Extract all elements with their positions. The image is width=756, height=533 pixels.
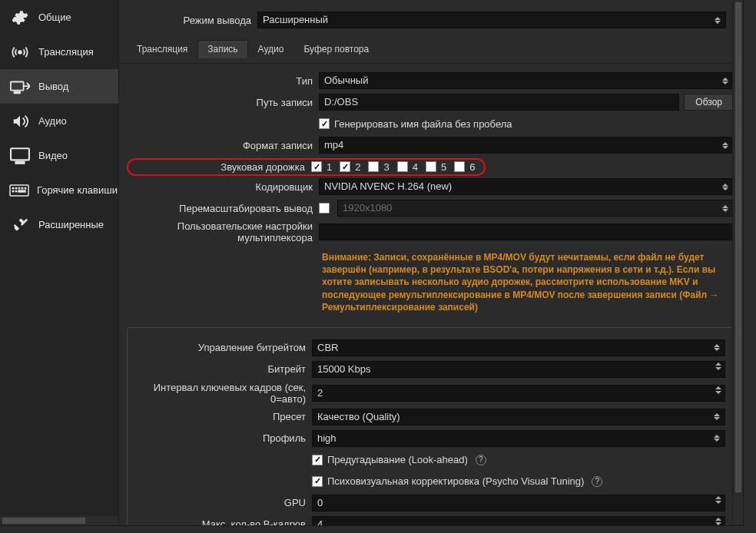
- sidebar-item-label: Общие: [38, 12, 71, 23]
- help-icon[interactable]: ?: [476, 455, 486, 465]
- muxer-settings-label: Пользовательские настройки мультиплексор…: [127, 220, 319, 243]
- keyint-label: Интервал ключевых кадров (сек, 0=авто): [135, 382, 312, 405]
- svg-point-0: [18, 51, 22, 54]
- svg-point-6: [12, 187, 14, 189]
- sidebar-item-label: Горячие клавиши: [37, 184, 118, 196]
- sidebar-item-label: Вывод: [38, 81, 68, 92]
- tab-stream[interactable]: Трансляция: [127, 40, 197, 58]
- muxer-settings-input[interactable]: [319, 223, 734, 240]
- rescale-output-checkbox[interactable]: [319, 203, 330, 214]
- gen-filename-no-space-label: Генерировать имя файла без пробела: [334, 118, 512, 130]
- recording-type-label: Тип: [127, 75, 319, 87]
- main-panel: Режим вывода Расширенный Трансляция Запи…: [119, 0, 743, 525]
- rate-control-select[interactable]: CBR: [312, 339, 725, 356]
- output-mode-select[interactable]: Расширенный: [257, 12, 726, 28]
- help-icon[interactable]: ?: [592, 476, 602, 487]
- speaker-icon: [9, 112, 31, 131]
- chevron-updown-icon: [714, 433, 721, 444]
- audio-track-group: 1 2 3 4 5 6: [311, 161, 475, 173]
- recording-format-select[interactable]: mp4: [319, 137, 734, 154]
- tab-audio[interactable]: Аудио: [248, 40, 294, 58]
- audio-track-4-checkbox[interactable]: [397, 161, 408, 172]
- gen-filename-no-space-checkbox[interactable]: [319, 118, 330, 129]
- svg-point-7: [15, 187, 17, 189]
- stepper-buttons[interactable]: [714, 517, 723, 525]
- svg-rect-13: [18, 190, 25, 192]
- chevron-updown-icon: [722, 75, 730, 86]
- psycho-visual-label: Психовизуальная корректировка (Psycho Vi…: [327, 475, 584, 487]
- tools-icon: [9, 216, 31, 234]
- bitrate-stepper[interactable]: 15000 Kbps: [312, 361, 725, 378]
- sidebar-item-stream[interactable]: Трансляция: [0, 35, 118, 69]
- gear-icon: [9, 8, 31, 27]
- broadcast-icon: [9, 43, 31, 61]
- encoder-settings-group: Управление битрейтом CBR Битрейт 15000 K…: [127, 327, 734, 525]
- stepper-buttons[interactable]: [714, 495, 723, 511]
- keyboard-icon: [9, 181, 29, 200]
- chevron-updown-icon: [714, 343, 721, 353]
- chevron-updown-icon: [722, 140, 730, 151]
- audio-track-2-checkbox[interactable]: [340, 161, 350, 172]
- sidebar-item-advanced[interactable]: Расширенные: [0, 207, 118, 242]
- sidebar-item-label: Расширенные: [38, 219, 104, 230]
- main-vertical-scrollbar[interactable]: [732, 0, 743, 525]
- sidebar-item-hotkeys[interactable]: Горячие клавиши: [0, 173, 118, 207]
- svg-rect-4: [16, 161, 25, 163]
- tab-replay[interactable]: Буфер повтора: [293, 40, 379, 58]
- stepper-buttons[interactable]: [714, 386, 723, 401]
- sidebar-horizontal-scrollbar[interactable]: [0, 515, 118, 525]
- preset-label: Пресет: [135, 411, 312, 422]
- stepper-buttons[interactable]: [714, 362, 723, 377]
- rate-control-label: Управление битрейтом: [135, 342, 312, 353]
- profile-select[interactable]: high: [312, 430, 725, 447]
- tab-record[interactable]: Запись: [197, 40, 247, 58]
- gpu-label: GPU: [135, 497, 312, 508]
- preset-select[interactable]: Качество (Quality): [312, 409, 725, 425]
- svg-point-12: [15, 190, 17, 192]
- audio-track-5-checkbox[interactable]: [426, 161, 436, 172]
- audio-track-1-checkbox[interactable]: [311, 161, 322, 172]
- sidebar-item-output[interactable]: Вывод: [0, 69, 118, 104]
- bitrate-label: Битрейт: [135, 363, 312, 375]
- svg-point-11: [12, 190, 14, 192]
- recording-path-label: Путь записи: [127, 97, 319, 108]
- recording-path-input[interactable]: D:/OBS: [319, 94, 679, 111]
- sidebar-item-label: Аудио: [38, 115, 67, 127]
- audio-track-6-checkbox[interactable]: [454, 161, 465, 172]
- rescale-output-label: Перемасштабировать вывод: [127, 203, 319, 214]
- bframes-label: Макс. кол-во B-кадров: [135, 518, 312, 525]
- lookahead-label: Предугадывание (Look-ahead): [327, 454, 468, 465]
- encoder-label: Кодировщик: [127, 181, 319, 193]
- output-icon: [9, 78, 31, 96]
- psycho-visual-checkbox[interactable]: [312, 476, 323, 487]
- audio-track-3-checkbox[interactable]: [368, 161, 379, 172]
- sidebar-item-general[interactable]: Общие: [0, 0, 118, 35]
- audio-track-label: Звуковая дорожка: [128, 161, 311, 173]
- browse-button[interactable]: Обзор: [684, 94, 734, 111]
- chevron-updown-icon: [714, 412, 721, 422]
- output-mode-label: Режим вывода: [127, 15, 257, 26]
- lookahead-checkbox[interactable]: [312, 455, 323, 465]
- chevron-updown-icon: [715, 15, 722, 25]
- gpu-stepper[interactable]: 0: [312, 495, 725, 511]
- sidebar-item-label: Трансляция: [38, 46, 94, 58]
- settings-sidebar: Общие Трансляция Вывод Аудио Видео Горяч…: [0, 0, 119, 525]
- svg-rect-1: [11, 81, 24, 90]
- svg-point-9: [22, 187, 23, 189]
- monitor-icon: [9, 147, 31, 165]
- encoder-select[interactable]: NVIDIA NVENC H.264 (new): [319, 178, 734, 195]
- chevron-updown-icon: [722, 181, 730, 192]
- keyint-stepper[interactable]: 2: [312, 385, 725, 402]
- sidebar-item-label: Видео: [38, 150, 68, 161]
- output-tabs: Трансляция Запись Аудио Буфер повтора: [119, 40, 743, 64]
- bframes-stepper[interactable]: 4: [312, 516, 725, 525]
- sidebar-item-video[interactable]: Видео: [0, 138, 118, 173]
- svg-rect-3: [11, 148, 29, 160]
- recording-type-select[interactable]: Обычный: [319, 72, 734, 89]
- audio-tracks-highlight: Звуковая дорожка 1 2 3 4 5 6: [127, 158, 486, 176]
- svg-rect-2: [15, 91, 20, 93]
- sidebar-item-audio[interactable]: Аудио: [0, 104, 118, 138]
- recording-format-warning: Внимание: Записи, сохранённые в MP4/MOV …: [319, 247, 734, 319]
- svg-point-10: [25, 187, 26, 189]
- svg-point-8: [18, 187, 20, 189]
